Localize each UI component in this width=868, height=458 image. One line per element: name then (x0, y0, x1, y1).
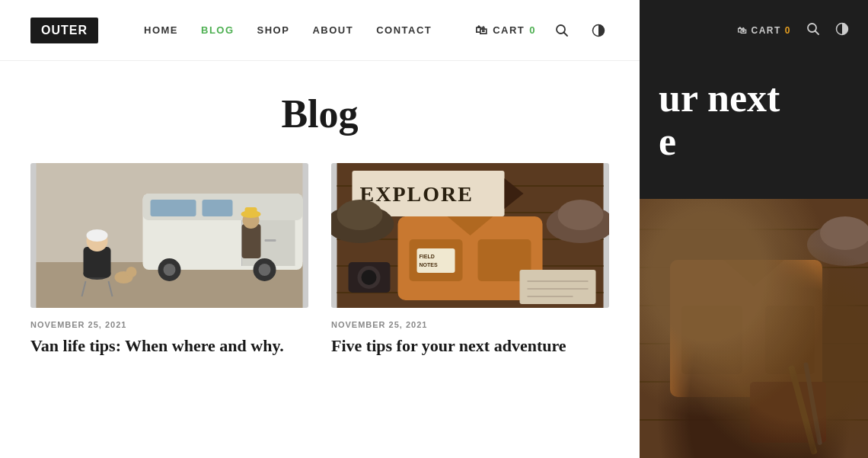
svg-point-45 (337, 200, 383, 230)
cart-label: CART (493, 24, 525, 36)
svg-line-56 (815, 30, 819, 34)
svg-text:EXPLORE: EXPLORE (360, 182, 474, 206)
nav-shop[interactable]: SHOP (257, 24, 290, 36)
svg-text:NOTES: NOTES (420, 262, 438, 267)
site-logo[interactable]: OUTER (30, 18, 98, 43)
svg-rect-65 (670, 260, 822, 397)
post-card-2[interactable]: EXPLORE FIELD (331, 163, 609, 357)
post-image-1 (30, 163, 308, 308)
post-image-2: EXPLORE FIELD (331, 163, 609, 308)
post-card-1[interactable]: NOVEMBER 25, 2021 Van life tips: When wh… (30, 163, 308, 357)
svg-rect-15 (265, 239, 276, 242)
svg-rect-68 (765, 306, 815, 374)
svg-marker-66 (723, 260, 784, 287)
post-title-2: Five tips for your next adventure (331, 335, 609, 357)
svg-point-25 (126, 267, 137, 277)
search-button[interactable] (551, 20, 573, 41)
right-cart-label: CART (751, 25, 780, 36)
svg-point-12 (164, 264, 176, 276)
right-headline-line2: e (659, 120, 849, 163)
svg-point-19 (87, 229, 108, 242)
site-header: OUTER HOME BLOG SHOP ABOUT CONTACT 🛍 CAR… (0, 0, 640, 61)
svg-rect-20 (242, 224, 261, 258)
svg-rect-41 (417, 248, 455, 273)
cart-button[interactable]: 🛍 CART 0 (475, 24, 536, 37)
header-actions: 🛍 CART 0 (475, 20, 609, 41)
svg-point-69 (807, 223, 868, 266)
blog-content: Blog (0, 61, 640, 458)
contrast-button[interactable] (588, 20, 609, 41)
main-panel: OUTER HOME BLOG SHOP ABOUT CONTACT 🛍 CAR… (0, 0, 640, 458)
svg-line-1 (564, 32, 568, 36)
svg-rect-72 (788, 365, 818, 455)
svg-rect-71 (750, 382, 826, 443)
svg-text:FIELD: FIELD (420, 254, 435, 259)
right-header: 🛍 CART 0 (640, 0, 868, 61)
svg-rect-7 (151, 200, 196, 216)
svg-point-14 (259, 264, 271, 276)
svg-rect-51 (520, 270, 596, 304)
nav-about[interactable]: ABOUT (312, 24, 353, 36)
svg-rect-23 (245, 207, 257, 216)
nav-home[interactable]: HOME (144, 24, 178, 36)
post-date-2: NOVEMBER 25, 2021 (331, 320, 609, 329)
nav-blog[interactable]: BLOG (201, 24, 235, 36)
right-search-button[interactable] (806, 22, 820, 40)
svg-rect-8 (203, 200, 233, 216)
right-cart-button[interactable]: 🛍 CART 0 (737, 25, 791, 36)
svg-rect-58 (640, 199, 868, 458)
svg-point-50 (362, 270, 377, 285)
right-cart-count: 0 (785, 25, 791, 36)
svg-rect-67 (681, 306, 742, 374)
right-headline: ur next e (659, 76, 849, 163)
posts-grid: NOVEMBER 25, 2021 Van life tips: When wh… (30, 163, 609, 357)
right-contrast-button[interactable] (835, 22, 849, 40)
svg-point-70 (820, 216, 868, 250)
blog-title: Blog (30, 61, 609, 163)
right-panel-image (640, 199, 868, 458)
nav-contact[interactable]: CONTACT (376, 24, 432, 36)
right-headline-line1: ur next (659, 76, 849, 120)
right-cart-icon: 🛍 (737, 25, 748, 36)
svg-rect-73 (803, 362, 822, 445)
cart-count: 0 (529, 24, 536, 36)
cart-icon: 🛍 (475, 24, 489, 37)
post-date-1: NOVEMBER 25, 2021 (30, 320, 308, 329)
svg-point-47 (558, 200, 604, 230)
post-title-1: Van life tips: When where and why. (30, 335, 308, 357)
right-panel: 🛍 CART 0 ur next e (640, 0, 868, 458)
main-nav: HOME BLOG SHOP ABOUT CONTACT (144, 24, 475, 36)
